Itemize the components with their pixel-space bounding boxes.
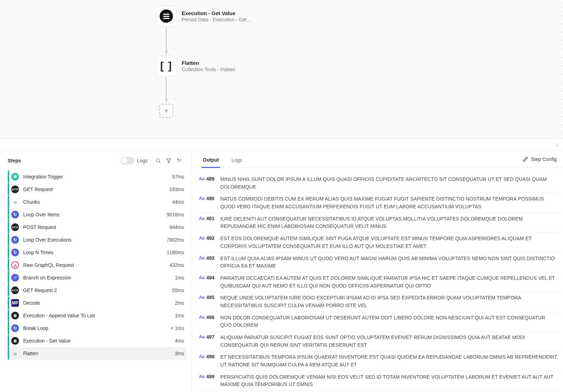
step-row[interactable]: ↻Break Loop< 1ms	[8, 322, 186, 334]
output-row[interactable]: Aa498ET NECESSITATIBUS TEMPORA IPSUM QUA…	[197, 351, 559, 371]
step-icon: ≣	[11, 312, 19, 319]
step-row[interactable]: HTTPGET Request183ms	[8, 183, 186, 196]
string-type-icon: Aa	[197, 176, 206, 181]
output-index: 492	[206, 235, 220, 241]
node-subtitle: Collection Tools - Flatten	[182, 67, 235, 72]
sort-icon[interactable]	[174, 156, 184, 165]
plus-icon: +	[164, 107, 168, 115]
string-type-icon: Aa	[197, 314, 206, 320]
output-text: IURE DELENITI AUT CONSEQUATUR NECESSITAT…	[220, 215, 559, 230]
step-time: 944ms	[169, 224, 184, 230]
step-row[interactable]: ↻Loop Over Executions7902ms	[8, 234, 186, 246]
step-icon: [ ]	[11, 198, 19, 206]
output-index: 490	[206, 195, 220, 201]
output-text: ET NECESSITATIBUS TEMPORA IPSUM QUAERAT …	[220, 353, 559, 369]
output-text: NON DOLOR CONSEQUATUR LABORIOSAM UT DESE…	[220, 314, 559, 329]
step-time: 1ms	[175, 313, 184, 318]
step-row[interactable]: ⑂Branch on Expression1ms	[8, 271, 186, 284]
output-row[interactable]: Aa495NEQUE UNDE VOLUPTATEM IURE ODIO EXC…	[197, 292, 559, 312]
output-panel: Output Logs Step Config Aa489MINUS NIHIL…	[192, 151, 563, 392]
step-time: 44ms	[172, 199, 184, 205]
step-name: Raw GraphQL Request	[23, 262, 169, 268]
step-row[interactable]: ✱Integration Trigger57ms	[8, 170, 186, 183]
step-row[interactable]: ◬Raw GraphQL Request432ms	[8, 259, 186, 271]
output-row[interactable]: Aa490NATUS COMMODI DEBITIS CUM EX RERUM …	[197, 193, 559, 213]
step-time: 1180ms	[167, 250, 184, 255]
step-name: Chunks	[23, 199, 172, 205]
output-index: 494	[206, 275, 220, 281]
step-row[interactable]: ↻Loop N Times1180ms	[8, 246, 186, 259]
step-name: Flatten	[23, 351, 175, 356]
step-icon: ↻	[11, 211, 19, 218]
filter-icon[interactable]	[164, 156, 174, 165]
step-row[interactable]: ≣Execution - Get Value4ms	[8, 334, 186, 347]
output-row[interactable]: Aa492EST EOS DOLOREMQUE AUTEM SIMILIQUE …	[197, 233, 559, 252]
step-row[interactable]: ≣Execution - Append Value To List1ms	[8, 309, 186, 322]
node-title: Execution - Get Value	[182, 10, 252, 16]
output-row[interactable]: Aa494PARIATUR OCCAECATI EA AUTEM AT QUIS…	[197, 272, 559, 292]
node-box[interactable]	[156, 6, 177, 27]
step-time: 9018ms	[167, 212, 184, 217]
pencil-icon	[523, 156, 528, 162]
output-row[interactable]: Aa496NON DOLOR CONSEQUATUR LABORIOSAM UT…	[197, 312, 559, 332]
steps-title: Steps	[8, 158, 120, 163]
chevron-down-icon[interactable]: ⌄	[555, 142, 559, 147]
output-row[interactable]: Aa493EST ILLUM QUIA ALIAS IPSAM MINUS UT…	[197, 253, 559, 272]
step-icon: ↻	[11, 249, 19, 256]
step-icon: HTTP	[11, 185, 19, 193]
step-name: POST Request	[23, 224, 169, 230]
string-type-icon: Aa	[197, 195, 206, 201]
search-icon[interactable]	[153, 156, 163, 165]
node-execution-get-value[interactable]: Execution - Get Value Persist Data - Exe…	[156, 6, 252, 27]
node-subtitle: Persist Data - Execution - Get …	[182, 17, 252, 22]
output-list[interactable]: Aa489MINUS NIHIL SUNT DOLOR IPSUM A ILLU…	[192, 168, 563, 392]
step-time: 7902ms	[167, 237, 184, 243]
step-row[interactable]: MPDecode2ms	[8, 297, 186, 309]
output-index: 489	[206, 176, 220, 182]
string-type-icon: Aa	[197, 255, 206, 261]
step-row[interactable]: [ ]Flatten3ms	[8, 347, 186, 360]
node-box[interactable]: [ ]	[156, 55, 177, 76]
step-icon: ≣	[11, 337, 19, 345]
step-row[interactable]: [ ]Chunks44ms	[8, 196, 186, 208]
output-index: 499	[206, 373, 220, 379]
step-row[interactable]: HTTPPOST Request944ms	[8, 221, 186, 234]
step-time: < 1ms	[170, 325, 184, 331]
node-flatten[interactable]: [ ] Flatten Collection Tools - Flatten	[156, 55, 235, 76]
step-row[interactable]: HTTPGET Request 255ms	[8, 284, 186, 297]
step-icon: [ ]	[11, 350, 19, 357]
step-time: 1ms	[175, 275, 184, 281]
string-type-icon: Aa	[197, 235, 206, 241]
step-name: Break Loop	[23, 325, 170, 331]
output-text: MINUS NIHIL SUNT DOLOR IPSUM A ILLUM QUI…	[220, 176, 559, 191]
add-node-button[interactable]: +	[159, 104, 173, 118]
step-time: 55ms	[172, 288, 184, 293]
output-text: EST ILLUM QUIA ALIAS IPSAM MINUS UT QUOD…	[220, 255, 559, 270]
step-time: 3ms	[175, 351, 184, 356]
output-text: EST EOS DOLOREMQUE AUTEM SIMILIQUE SINT …	[220, 235, 559, 250]
output-row[interactable]: Aa497ALIQUAM PARIATUR SUSCIPIT FUGIAT EO…	[197, 332, 559, 351]
output-row[interactable]: Aa489MINUS NIHIL SUNT DOLOR IPSUM A ILLU…	[197, 174, 559, 193]
step-time: 57ms	[172, 174, 184, 180]
output-index: 491	[206, 215, 220, 221]
output-row[interactable]: Aa499PERSPICIATIS QUIS DOLOREMQUE VENIAM…	[197, 371, 559, 391]
flow-canvas[interactable]: Execution - Get Value Persist Data - Exe…	[0, 0, 563, 138]
step-time: 4ms	[175, 338, 184, 344]
step-icon: ✱	[11, 173, 19, 181]
step-icon: ↻	[11, 324, 19, 332]
step-row[interactable]: ↻Loop Over Items9018ms	[8, 208, 186, 221]
step-time: 432ms	[169, 262, 184, 268]
tab-logs[interactable]: Logs	[230, 155, 243, 167]
tab-output[interactable]: Output	[201, 154, 220, 168]
logs-toggle[interactable]	[120, 157, 134, 164]
step-name: Loop Over Items	[23, 212, 167, 217]
step-name: Decode	[23, 300, 175, 306]
step-config-button[interactable]: Step Config	[523, 156, 557, 165]
steps-list[interactable]: ✱Integration Trigger57msHTTPGET Request1…	[0, 170, 191, 392]
output-row[interactable]: Aa491IURE DELENITI AUT CONSEQUATUR NECES…	[197, 213, 559, 233]
brackets-icon: [ ]	[160, 60, 172, 72]
string-type-icon: Aa	[197, 353, 206, 359]
output-index: 493	[206, 255, 220, 261]
panel-collapse-strip[interactable]: ⌄	[0, 138, 563, 151]
node-title: Flatten	[182, 60, 235, 66]
